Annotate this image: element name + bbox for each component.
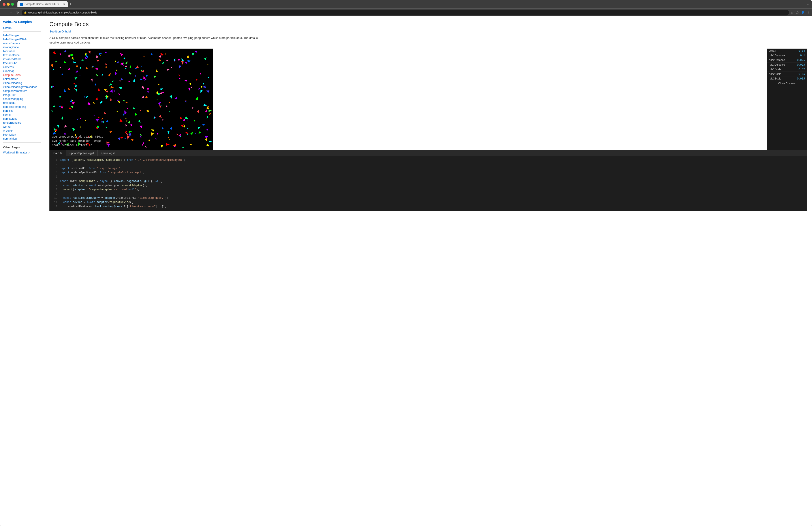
code-lines: 1import { assert, makeSample, SampleInit… (49, 158, 807, 209)
sidebar-item-computeboids[interactable]: computeBoids (3, 73, 41, 77)
close-controls-button[interactable]: Close Controls (767, 81, 807, 86)
new-tab-button[interactable]: + (70, 2, 72, 6)
sidebar-item-hellotriangle[interactable]: helloTriangle (3, 33, 41, 37)
code-line: 7 const adapter = await navigator.gpu.re… (49, 184, 807, 188)
sidebar: WebGPU Samples Github helloTrianglehello… (0, 16, 44, 526)
tab-bar: Compute Boids - WebGPU S... ✕ + ⌄ (17, 1, 809, 7)
code-line: 2 (49, 162, 807, 167)
menu-icon[interactable]: ⋮ (807, 11, 810, 14)
minimize-window-button[interactable] (7, 3, 10, 6)
control-row-rule1distance: rule1Distance0.1 (767, 53, 807, 58)
control-value[interactable]: 0.025 (797, 58, 805, 61)
sidebar-item-samplerparameters[interactable]: samplerParameters (3, 89, 41, 93)
code-line: 10 const hasTimestampQuery = adapter.fea… (49, 196, 807, 200)
sidebar-item-renderbundles[interactable]: renderBundles (3, 121, 41, 125)
bookmark-icon[interactable]: ☆ (791, 11, 794, 14)
control-row-rule3distance: rule3Distance0.025 (767, 62, 807, 67)
maximize-window-button[interactable] (11, 3, 14, 6)
code-line: 4import updateSpritesWGSL from './update… (49, 171, 807, 175)
sidebar-item-normalmap[interactable]: normalMap (3, 137, 41, 141)
url-display: webgpu.github.io/webgpu-samples/samples/… (28, 11, 787, 14)
reload-button[interactable]: ↻ (15, 10, 20, 15)
control-value[interactable]: 0.02 (799, 68, 805, 71)
control-label: rule2Distance (769, 58, 785, 61)
code-tabs: main.tsupdateSprites.wgslsprite.wgsl (49, 150, 118, 156)
control-value[interactable]: 0.04 (799, 49, 805, 52)
control-label: rule3Distance (769, 63, 785, 66)
control-value[interactable]: 0.025 (797, 63, 805, 66)
control-value[interactable]: 0.1 (800, 54, 805, 57)
sidebar-other-item[interactable]: Workload Simulator ↗ (3, 151, 41, 155)
sidebar-item-gameoflife[interactable]: gameOfLife (3, 117, 41, 121)
code-line: 11 const device = await adapter.requestD… (49, 200, 807, 204)
code-line: 9 (49, 192, 807, 196)
back-button[interactable]: ← (2, 10, 7, 15)
sidebar-item-rotatingcube[interactable]: rotatingCube (3, 45, 41, 49)
sidebar-nav: helloTrianglehelloTriangleMSAAresizeCanv… (3, 33, 41, 141)
sidebar-title[interactable]: WebGPU Samples (3, 20, 41, 24)
sidebar-other: Workload Simulator ↗ (3, 151, 41, 155)
demo-container: avg compute pass duration: 886µs avg ren… (49, 48, 807, 150)
lock-icon: 🔒 (24, 11, 27, 14)
sidebar-item-animometer[interactable]: animometer (3, 77, 41, 81)
sidebar-item-cubemap[interactable]: cubemap (3, 69, 41, 73)
control-label: rule1Distance (769, 54, 785, 57)
sidebar-item-bitonicsort[interactable]: bitonicSort (3, 133, 41, 137)
sidebar-item-instancedcube[interactable]: instancedCube (3, 57, 41, 61)
sidebar-item-particles[interactable]: particles (3, 109, 41, 113)
code-line: 12 requiredFeatures: hasTimestampQuery ?… (49, 205, 807, 209)
sidebar-item-fractalcube[interactable]: fractalCube (3, 61, 41, 65)
sidebar-item-texturedcube[interactable]: texturedCube (3, 53, 41, 57)
sidebar-divider-2 (3, 142, 41, 143)
control-label: rule2Scale (769, 72, 781, 75)
control-label: rule3Scale (769, 77, 781, 80)
traffic-lights (3, 3, 14, 6)
canvas-area: avg compute pass duration: 886µs avg ren… (49, 48, 767, 150)
tab-close-button[interactable]: ✕ (63, 3, 65, 6)
browser-window: Compute Boids - WebGPU S... ✕ + ⌄ ← → ↻ … (0, 0, 812, 526)
render-pass-stat: avg render pass duration: 190µs (52, 139, 103, 143)
close-window-button[interactable] (3, 3, 5, 6)
toolbar-right: ☆ ⬡ 👤 ⋮ (791, 11, 810, 14)
sidebar-item-resizecanvas[interactable]: resizeCanvas (3, 41, 41, 45)
titlebar: Compute Boids - WebGPU S... ✕ + ⌄ (0, 0, 812, 9)
other-pages-title: Other Pages (3, 146, 41, 149)
spare-buffers-stat: spare readback buffers: 2 (52, 143, 103, 147)
address-bar[interactable]: 🔒 webgpu.github.io/webgpu-samples/sample… (21, 10, 789, 15)
forward-button[interactable]: → (9, 10, 14, 15)
profile-icon[interactable]: 👤 (801, 11, 804, 14)
sidebar-item-a-buffer[interactable]: A-buffer (3, 129, 41, 133)
github-sample-link[interactable]: See it on Github! (49, 30, 807, 33)
page-title: Compute Boids (49, 21, 807, 28)
sidebar-item-twocubes[interactable]: twoCubes (3, 49, 41, 53)
main-content: Compute Boids See it on Github! A GPU co… (44, 16, 812, 526)
sidebar-item-cameras[interactable]: cameras (3, 65, 41, 69)
control-value[interactable]: 0.005 (797, 77, 805, 80)
sidebar-item-cornell[interactable]: cornell (3, 113, 41, 117)
code-line: 8 assert(adapter, 'requestAdapter return… (49, 188, 807, 192)
code-tab-main-ts[interactable]: main.ts (49, 150, 66, 156)
code-tab-updateSprites-wgsl[interactable]: updateSprites.wgsl (66, 150, 98, 156)
sidebar-item-shadowmapping[interactable]: shadowMapping (3, 97, 41, 101)
control-label: deltaT (769, 49, 776, 52)
window-controls: ⌄ (807, 2, 809, 6)
sidebar-item-reversedz[interactable]: reversedZ (3, 101, 41, 105)
control-value[interactable]: 0.05 (799, 72, 805, 75)
description-text: A GPU compute particle simulation that m… (49, 36, 261, 45)
sidebar-github-link[interactable]: Github (3, 26, 41, 30)
sidebar-item-deferredrendering[interactable]: deferredRendering (3, 105, 41, 109)
control-row-rule3scale: rule3Scale0.005 (767, 76, 807, 81)
sidebar-item-videouploadingwebcodecs[interactable]: videoUploadingWebCodecs (3, 85, 41, 89)
extensions-icon[interactable]: ⬡ (796, 11, 799, 14)
controls-panel: deltaT0.04rule1Distance0.1rule2Distance0… (767, 48, 807, 150)
control-row-deltat: deltaT0.04 (767, 48, 807, 53)
sidebar-item-videouploading[interactable]: videoUploading (3, 81, 41, 85)
sidebar-item-hellotrianglemsaa[interactable]: helloTriangleMSAA (3, 37, 41, 41)
code-tab-sprite-wgsl[interactable]: sprite.wgsl (98, 150, 118, 156)
controls-rows: deltaT0.04rule1Distance0.1rule2Distance0… (767, 48, 807, 81)
sidebar-item-worker[interactable]: worker (3, 125, 41, 129)
sidebar-item-imageblur[interactable]: imageBlur (3, 93, 41, 97)
tab-title: Compute Boids - WebGPU S... (25, 3, 61, 6)
active-tab[interactable]: Compute Boids - WebGPU S... ✕ (17, 1, 68, 7)
code-area: 1import { assert, makeSample, SampleInit… (49, 156, 807, 211)
